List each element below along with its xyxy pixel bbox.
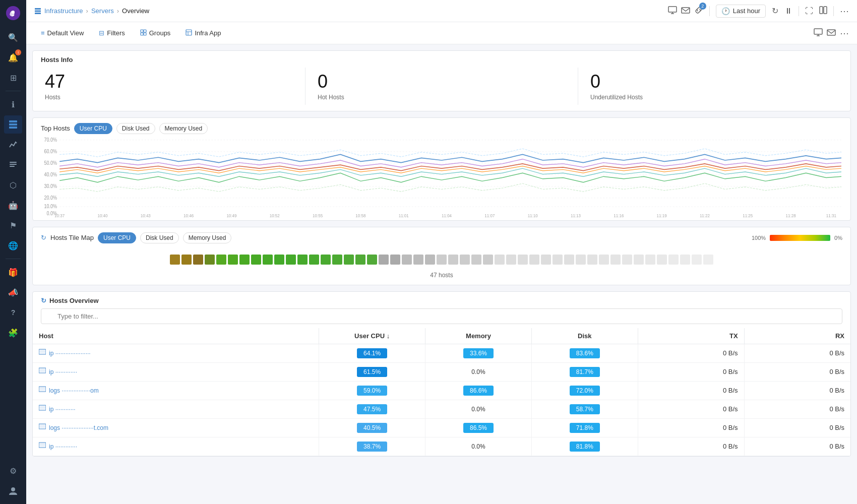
host-tile-10[interactable] [286, 255, 296, 265]
host-tile-29[interactable] [506, 255, 516, 265]
tab-user-cpu[interactable]: User CPU [74, 123, 112, 134]
more-icon[interactable]: ⋯ [840, 6, 849, 17]
col-rx[interactable]: RX [744, 328, 850, 344]
col-host[interactable]: Host [33, 328, 319, 344]
host-tile-31[interactable] [529, 255, 539, 265]
time-range-selector[interactable]: 🕐 Last hour [716, 5, 766, 18]
expand-icon[interactable]: ⛶ [805, 7, 813, 16]
col-tx[interactable]: TX [638, 328, 744, 344]
host-name-2[interactable]: logs ·················om [49, 387, 99, 394]
host-tile-22[interactable] [425, 255, 435, 265]
tile-tab-memory-used[interactable]: Memory Used [183, 232, 232, 243]
host-tile-3[interactable] [205, 255, 215, 265]
sidebar-item-user[interactable] [4, 482, 22, 500]
host-tile-26[interactable] [471, 255, 481, 265]
refresh-icon[interactable]: ↻ [772, 6, 778, 16]
host-name-1[interactable]: ip ············· [49, 368, 77, 375]
host-tile-41[interactable] [645, 255, 655, 265]
host-tile-46[interactable] [703, 255, 713, 265]
groups-button[interactable]: Groups [134, 26, 177, 40]
filters-button[interactable]: ⊟ Filters [92, 26, 131, 40]
split-icon[interactable] [819, 6, 827, 16]
tab-disk-used[interactable]: Disk Used [116, 123, 155, 134]
monitor-view-icon[interactable] [814, 28, 823, 39]
sidebar-item-service-map[interactable]: ⬡ [4, 176, 22, 194]
sidebar-item-metrics[interactable] [4, 136, 22, 154]
host-tile-7[interactable] [251, 255, 261, 265]
host-tile-32[interactable] [541, 255, 551, 265]
host-tile-24[interactable] [448, 255, 458, 265]
sidebar-item-marketplace[interactable]: 📣 [4, 283, 22, 301]
sidebar-item-dashboards[interactable]: ⊞ [4, 69, 22, 87]
tile-tab-disk-used[interactable]: Disk Used [140, 232, 179, 243]
email-icon[interactable] [681, 6, 690, 16]
host-tile-9[interactable] [274, 255, 284, 265]
host-tile-25[interactable] [460, 255, 470, 265]
table-row[interactable]: logs ···················t.com 40.5% 86.5… [33, 418, 850, 437]
host-tile-12[interactable] [309, 255, 319, 265]
table-row[interactable]: ip ············ 47.5% 0.0% 58.7% 0 B/s 0… [33, 400, 850, 418]
sidebar-item-logs[interactable] [4, 156, 22, 174]
host-tile-11[interactable] [297, 255, 308, 265]
monitor-icon[interactable] [668, 6, 677, 16]
host-tile-40[interactable] [634, 255, 644, 265]
host-tile-45[interactable] [692, 255, 702, 265]
table-row[interactable]: ip ············· 38.7% 0.0% 81.8% 0 B/s … [33, 437, 850, 456]
sidebar-item-flag[interactable]: ⚑ [4, 216, 22, 234]
sidebar-item-info[interactable]: ℹ [4, 95, 22, 113]
sidebar-item-extensions[interactable]: 🧩 [4, 324, 22, 342]
col-disk[interactable]: Disk [531, 328, 638, 344]
host-tile-30[interactable] [518, 255, 528, 265]
table-row[interactable]: logs ·················om 59.0% 86.6% 72.… [33, 381, 850, 400]
sidebar-item-alerts[interactable]: 🔔 ! [4, 48, 22, 67]
host-tile-44[interactable] [680, 255, 690, 265]
host-tile-20[interactable] [402, 255, 412, 265]
breadcrumb-root[interactable]: Infrastructure [44, 7, 83, 15]
col-memory[interactable]: Memory [425, 328, 532, 344]
host-tile-33[interactable] [553, 255, 563, 265]
pause-icon[interactable]: ⏸ [784, 7, 792, 16]
default-view-button[interactable]: ≡ Default View [34, 26, 90, 40]
tile-tab-user-cpu[interactable]: User CPU [98, 232, 136, 243]
host-tile-39[interactable] [622, 255, 632, 265]
host-name-5[interactable]: ip ············· [49, 443, 77, 450]
app-logo[interactable] [4, 4, 22, 22]
toolbar-more-icon[interactable]: ⋯ [840, 28, 849, 39]
sidebar-item-help[interactable]: ? [4, 303, 22, 322]
host-tile-38[interactable] [610, 255, 621, 265]
link-icon[interactable]: 2 [694, 6, 703, 16]
host-tile-4[interactable] [216, 255, 226, 265]
host-tile-37[interactable] [599, 255, 609, 265]
host-tile-27[interactable] [483, 255, 493, 265]
infra-app-button[interactable]: Infra App [179, 26, 227, 40]
host-tile-14[interactable] [332, 255, 342, 265]
mail-view-icon[interactable] [827, 28, 836, 39]
host-tile-1[interactable] [181, 255, 192, 265]
host-tile-18[interactable] [379, 255, 389, 265]
host-tile-16[interactable] [355, 255, 365, 265]
host-tile-28[interactable] [495, 255, 505, 265]
col-user-cpu[interactable]: User CPU ↓ [319, 328, 425, 344]
host-tile-43[interactable] [668, 255, 679, 265]
sidebar-item-settings[interactable]: ⚙ [4, 462, 22, 480]
host-tile-23[interactable] [437, 255, 447, 265]
table-row[interactable]: ip ····················· 64.1% 33.6% 83.… [33, 344, 850, 362]
host-tile-0[interactable] [170, 255, 180, 265]
host-tile-5[interactable] [228, 255, 238, 265]
sidebar-item-search[interactable]: 🔍 [4, 28, 22, 46]
sidebar-item-apm[interactable]: 🤖 [4, 196, 22, 214]
host-tile-2[interactable] [193, 255, 203, 265]
filter-input[interactable] [41, 308, 842, 324]
host-name-3[interactable]: ip ············ [49, 406, 76, 413]
breadcrumb-parent[interactable]: Servers [91, 7, 114, 15]
host-tile-34[interactable] [564, 255, 574, 265]
sidebar-item-infrastructure[interactable] [4, 115, 22, 134]
host-tile-36[interactable] [587, 255, 597, 265]
host-tile-35[interactable] [576, 255, 586, 265]
host-tile-42[interactable] [657, 255, 667, 265]
host-tile-8[interactable] [263, 255, 273, 265]
host-tile-13[interactable] [321, 255, 331, 265]
sidebar-item-synthetics[interactable]: 🌐 [4, 236, 22, 255]
host-tile-17[interactable] [367, 255, 377, 265]
host-tile-19[interactable] [390, 255, 400, 265]
